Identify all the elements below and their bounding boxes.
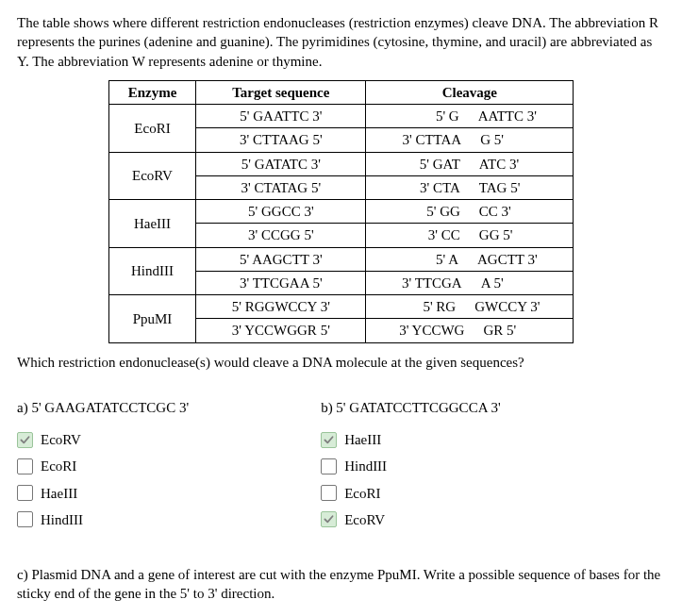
cleavage-seq: 3' CTATAG 5' [366,175,574,199]
cleavage-seq: 5' GAATTC 3' [366,105,574,128]
intro-text: The table shows where different restrict… [17,13,665,71]
cleavage-seq: 5' GGCC 3' [366,200,574,224]
enzyme-name: EcoRV [108,152,196,200]
part-c-text: c) Plasmid DNA and a gene of interest ar… [17,565,665,604]
option-label: EcoRV [41,430,81,449]
enzyme-name: HindIII [108,247,196,295]
th-cleavage: Cleavage [366,80,574,104]
checkbox[interactable] [321,432,337,448]
target-seq: 5' GGCC 3' [196,200,366,224]
target-seq: 5' GAATTC 3' [196,105,366,128]
target-seq: 3' CTTAAG 5' [196,128,366,152]
part-b: b) 5' GATATCCTTCGGCCA 3' HaeIIIHindIIIEc… [321,398,500,537]
part-b-label: b) 5' GATATCCTTCGGCCA 3' [321,398,500,417]
checkbox[interactable] [17,458,33,474]
option-row: EcoRV [321,510,500,529]
checkbox[interactable] [321,485,337,501]
checkbox[interactable] [321,511,337,527]
checkbox[interactable] [321,458,337,474]
option-label: EcoRV [344,510,385,529]
option-row: HindIII [321,457,500,475]
cleavage-seq: 3' CTTAAG 5' [366,128,574,152]
option-label: HaeIII [41,484,77,503]
target-seq: 3' TTCGAA 5' [196,271,366,294]
part-a-label: a) 5' GAAGATATCCTCGC 3' [17,398,189,417]
target-seq: 5' RGGWCCY 3' [196,295,366,319]
enzyme-table: Enzyme Target sequence Cleavage EcoRI5' … [108,80,574,343]
enzyme-name: EcoRI [108,105,196,153]
th-target: Target sequence [196,80,366,104]
option-row: EcoRI [17,457,189,475]
option-row: EcoRI [321,484,500,503]
checkbox[interactable] [17,485,33,501]
enzyme-name: PpuMI [108,295,196,343]
cleavage-seq: 3' CCGG 5' [366,224,574,247]
option-label: HaeIII [344,430,381,449]
th-enzyme: Enzyme [108,80,196,104]
target-seq: 3' YCCWGGR 5' [196,319,366,342]
enzyme-name: HaeIII [108,200,196,248]
option-row: HaeIII [17,484,189,503]
target-seq: 3' CCGG 5' [196,224,366,247]
cleavage-seq: 5' RGGWCCY 3' [366,295,574,319]
target-seq: 5' AAGCTT 3' [196,247,366,271]
cleavage-seq: 5' AAGCTT 3' [366,247,574,271]
option-label: EcoRI [344,484,380,503]
option-label: HindIII [344,457,387,475]
question-text: Which restriction endonuclease(s) would … [17,353,665,372]
target-seq: 3' CTATAG 5' [196,175,366,199]
option-label: EcoRI [41,457,76,475]
option-row: EcoRV [17,430,189,449]
cleavage-seq: 3' YCCWGGR 5' [366,319,574,342]
part-a: a) 5' GAAGATATCCTCGC 3' EcoRVEcoRIHaeIII… [17,398,189,537]
target-seq: 5' GATATC 3' [196,152,366,175]
option-label: HindIII [41,510,83,529]
cleavage-seq: 3' TTCGAA 5' [366,271,574,294]
option-row: HindIII [17,510,189,529]
checkbox[interactable] [17,511,33,527]
option-row: HaeIII [321,430,500,449]
checkbox[interactable] [17,432,33,448]
cleavage-seq: 5' GATATC 3' [366,152,574,175]
